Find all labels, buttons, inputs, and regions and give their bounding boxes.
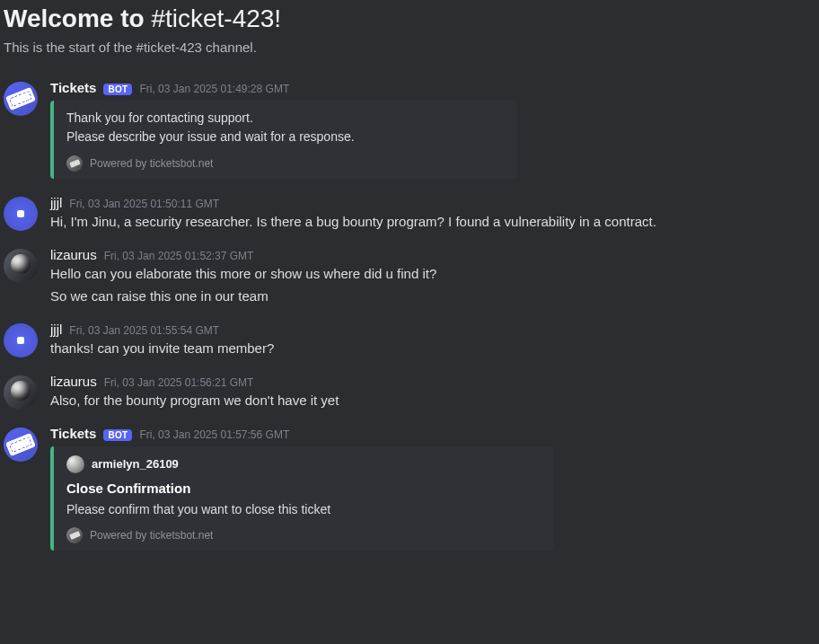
footer-icon bbox=[66, 155, 83, 172]
embed-author-name: armielyn_26109 bbox=[92, 457, 179, 471]
footer-text: Powered by ticketsbot.net bbox=[90, 529, 213, 542]
welcome-title: Welcome to #ticket-423! bbox=[4, 4, 805, 34]
message-text: thanks! can you invite team member? bbox=[50, 339, 808, 357]
welcome-channel: #ticket-423! bbox=[151, 4, 281, 32]
footer-icon bbox=[66, 527, 83, 543]
embed: armielyn_26109 Close Confirmation Please… bbox=[50, 446, 553, 551]
username[interactable]: Tickets bbox=[50, 80, 96, 95]
welcome-subtitle: This is the start of the #ticket-423 cha… bbox=[4, 40, 805, 55]
footer-text: Powered by ticketsbot.net bbox=[90, 157, 213, 170]
username[interactable]: lizaurus bbox=[50, 374, 97, 389]
bot-badge: BOT bbox=[103, 84, 132, 95]
embed-line: Thank you for contacting support. bbox=[66, 110, 505, 128]
avatar[interactable] bbox=[4, 82, 38, 116]
timestamp: Fri, 03 Jan 2025 01:52:37 GMT bbox=[104, 250, 254, 262]
embed-author: armielyn_26109 bbox=[66, 455, 541, 473]
username[interactable]: jjjl bbox=[50, 195, 62, 210]
timestamp: Fri, 03 Jan 2025 01:50:11 GMT bbox=[69, 198, 219, 210]
channel-welcome: Welcome to #ticket-423! This is the star… bbox=[0, 4, 819, 55]
message: Tickets BOT Fri, 03 Jan 2025 01:49:28 GM… bbox=[0, 78, 819, 181]
embed-footer: Powered by ticketsbot.net bbox=[66, 527, 541, 543]
message: lizaurus Fri, 03 Jan 2025 01:56:21 GMT A… bbox=[0, 372, 819, 411]
avatar[interactable] bbox=[4, 428, 38, 462]
message-text: So we can raise this one in our team bbox=[50, 287, 808, 305]
timestamp: Fri, 03 Jan 2025 01:55:54 GMT bbox=[69, 324, 219, 337]
embed: Thank you for contacting support. Please… bbox=[50, 101, 517, 179]
username[interactable]: lizaurus bbox=[50, 247, 97, 262]
welcome-prefix: Welcome to bbox=[4, 4, 151, 32]
message-text: Hello can you elaborate this more or sho… bbox=[50, 264, 808, 283]
message: lizaurus Fri, 03 Jan 2025 01:52:37 GMT H… bbox=[0, 245, 819, 307]
username[interactable]: jjjl bbox=[50, 322, 62, 337]
message: jjjl Fri, 03 Jan 2025 01:55:54 GMT thank… bbox=[0, 320, 819, 359]
timestamp: Fri, 03 Jan 2025 01:57:56 GMT bbox=[139, 428, 289, 441]
message: Tickets BOT Fri, 03 Jan 2025 01:57:56 GM… bbox=[0, 424, 819, 553]
embed-description: Please confirm that you want to close th… bbox=[66, 501, 541, 519]
timestamp: Fri, 03 Jan 2025 01:49:28 GMT bbox=[139, 83, 289, 95]
author-avatar-icon bbox=[66, 455, 84, 473]
avatar[interactable] bbox=[4, 249, 38, 283]
embed-title: Close Confirmation bbox=[66, 481, 541, 496]
embed-footer: Powered by ticketsbot.net bbox=[66, 155, 505, 172]
username[interactable]: Tickets bbox=[50, 426, 96, 441]
message: jjjl Fri, 03 Jan 2025 01:50:11 GMT Hi, I… bbox=[0, 193, 819, 233]
avatar[interactable] bbox=[4, 197, 38, 231]
message-text: Also, for the bounty program we don't ha… bbox=[50, 391, 808, 410]
message-text: Hi, I'm Jinu, a security researcher. Is … bbox=[50, 212, 808, 231]
bot-badge: BOT bbox=[103, 429, 132, 441]
timestamp: Fri, 03 Jan 2025 01:56:21 GMT bbox=[104, 376, 254, 389]
embed-line: Please describe your issue and wait for … bbox=[66, 128, 505, 146]
avatar[interactable] bbox=[4, 323, 38, 357]
avatar[interactable] bbox=[4, 375, 38, 410]
